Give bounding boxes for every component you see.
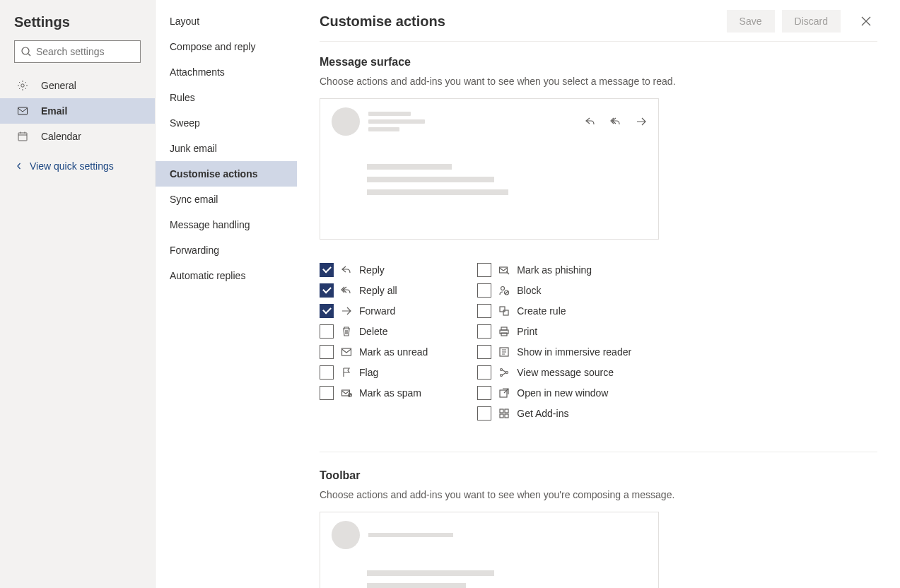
svg-point-0 bbox=[22, 47, 29, 54]
mid-message-handling[interactable]: Message handling bbox=[156, 212, 297, 237]
forward-icon bbox=[636, 116, 647, 127]
action-label-block: Block bbox=[517, 285, 541, 296]
reply-icon bbox=[585, 116, 596, 127]
mid-sync[interactable]: Sync email bbox=[156, 187, 297, 212]
main-panel: Customise actions Save Discard Message s… bbox=[297, 0, 900, 588]
action-row-print: Print bbox=[477, 321, 631, 341]
checkbox-immersive[interactable] bbox=[477, 345, 491, 359]
checkbox-print[interactable] bbox=[477, 324, 491, 339]
action-row-immersive: Show in immersive reader bbox=[477, 341, 631, 362]
action-label-addins: Get Add-ins bbox=[517, 408, 568, 419]
checkbox-rule[interactable] bbox=[477, 304, 491, 318]
main-scroll[interactable]: Message surface Choose actions and add-i… bbox=[297, 42, 900, 588]
search-settings-field[interactable] bbox=[36, 46, 134, 57]
avatar-placeholder-2 bbox=[332, 521, 360, 549]
header-placeholder-lines bbox=[368, 108, 576, 135]
svg-rect-29 bbox=[505, 409, 508, 413]
chevron-left-icon bbox=[16, 163, 23, 170]
category-general-label: General bbox=[41, 80, 76, 91]
page-title: Customise actions bbox=[320, 13, 720, 30]
view-quick-settings-link[interactable]: View quick settings bbox=[0, 152, 155, 180]
checkbox-forward[interactable] bbox=[320, 304, 334, 318]
checkbox-delete[interactable] bbox=[320, 324, 334, 339]
action-label-replyall: Reply all bbox=[359, 285, 397, 296]
mid-auto-replies[interactable]: Automatic replies bbox=[156, 263, 297, 288]
mid-forwarding[interactable]: Forwarding bbox=[156, 237, 297, 263]
action-label-immersive: Show in immersive reader bbox=[517, 346, 631, 358]
body-placeholder-lines bbox=[332, 136, 647, 195]
svg-rect-28 bbox=[500, 409, 503, 413]
checkbox-flag[interactable] bbox=[320, 365, 334, 380]
svg-rect-31 bbox=[505, 414, 508, 418]
category-email[interactable]: Email bbox=[0, 98, 155, 124]
checkbox-unread[interactable] bbox=[320, 345, 334, 359]
reply-icon bbox=[341, 264, 352, 276]
settings-title: Settings bbox=[0, 10, 155, 40]
rule-icon bbox=[498, 305, 510, 317]
checkbox-reply[interactable] bbox=[320, 263, 334, 277]
action-label-phishing: Mark as phishing bbox=[517, 264, 592, 276]
checkbox-newwin[interactable] bbox=[477, 386, 491, 400]
source-icon bbox=[498, 367, 510, 378]
mid-attachments[interactable]: Attachments bbox=[156, 59, 297, 85]
action-row-addins: Get Add-ins bbox=[477, 403, 631, 423]
block-icon bbox=[498, 285, 510, 296]
main-header: Customise actions Save Discard bbox=[297, 0, 900, 41]
action-row-delete: Delete bbox=[320, 321, 428, 341]
action-row-replyall: Reply all bbox=[320, 280, 428, 300]
checkbox-block[interactable] bbox=[477, 283, 491, 298]
save-button[interactable]: Save bbox=[727, 10, 775, 33]
mid-junk[interactable]: Junk email bbox=[156, 136, 297, 161]
mail-icon bbox=[17, 105, 28, 117]
checkbox-spam[interactable] bbox=[320, 386, 334, 400]
action-label-unread: Mark as unread bbox=[359, 346, 428, 358]
action-label-delete: Delete bbox=[359, 326, 387, 337]
action-label-forward: Forward bbox=[359, 305, 395, 317]
actions-right-column: Mark as phishingBlockCreate rulePrintSho… bbox=[477, 259, 631, 423]
action-row-phishing: Mark as phishing bbox=[477, 259, 631, 280]
unread-icon bbox=[341, 346, 352, 358]
svg-point-26 bbox=[506, 371, 508, 373]
settings-left-panel: Settings General Email Calendar View qui… bbox=[0, 0, 156, 588]
action-label-flag: Flag bbox=[359, 367, 378, 378]
section-message-surface-title: Message surface bbox=[320, 56, 877, 69]
discard-button[interactable]: Discard bbox=[782, 10, 841, 33]
action-row-spam: Mark as spam bbox=[320, 382, 428, 403]
close-icon bbox=[860, 16, 872, 27]
action-label-source: View message source bbox=[517, 367, 614, 378]
phishing-icon bbox=[498, 264, 510, 276]
settings-mid-panel: Layout Compose and reply Attachments Rul… bbox=[156, 0, 297, 588]
svg-rect-10 bbox=[342, 348, 351, 355]
action-label-reply: Reply bbox=[359, 264, 385, 276]
mid-rules[interactable]: Rules bbox=[156, 85, 297, 110]
action-label-rule: Create rule bbox=[517, 305, 566, 317]
quick-settings-label: View quick settings bbox=[30, 160, 114, 172]
search-settings-input[interactable] bbox=[14, 40, 141, 63]
action-row-unread: Mark as unread bbox=[320, 341, 428, 362]
calendar-icon bbox=[17, 131, 28, 142]
checkbox-replyall[interactable] bbox=[320, 283, 334, 298]
close-button[interactable] bbox=[855, 10, 877, 33]
checkbox-phishing[interactable] bbox=[477, 263, 491, 277]
svg-rect-30 bbox=[500, 414, 503, 418]
svg-point-15 bbox=[501, 286, 505, 290]
checkbox-source[interactable] bbox=[477, 365, 491, 380]
mid-compose[interactable]: Compose and reply bbox=[156, 34, 297, 59]
mid-sweep[interactable]: Sweep bbox=[156, 110, 297, 136]
delete-icon bbox=[341, 326, 352, 337]
mid-layout[interactable]: Layout bbox=[156, 8, 297, 34]
category-general[interactable]: General bbox=[0, 73, 155, 98]
svg-rect-18 bbox=[500, 307, 505, 312]
action-row-newwin: Open in new window bbox=[477, 382, 631, 403]
category-calendar[interactable]: Calendar bbox=[0, 124, 155, 149]
svg-point-24 bbox=[501, 368, 503, 370]
svg-line-17 bbox=[505, 291, 508, 294]
svg-rect-20 bbox=[501, 327, 507, 330]
newwin-icon bbox=[498, 387, 510, 399]
compose-preview-box bbox=[320, 512, 659, 588]
print-icon bbox=[498, 326, 510, 337]
mid-customise-actions[interactable]: Customise actions bbox=[156, 161, 297, 187]
checkbox-addins[interactable] bbox=[477, 406, 491, 421]
section-message-surface-desc: Choose actions and add-ins you want to s… bbox=[320, 76, 877, 87]
svg-rect-4 bbox=[18, 133, 27, 141]
